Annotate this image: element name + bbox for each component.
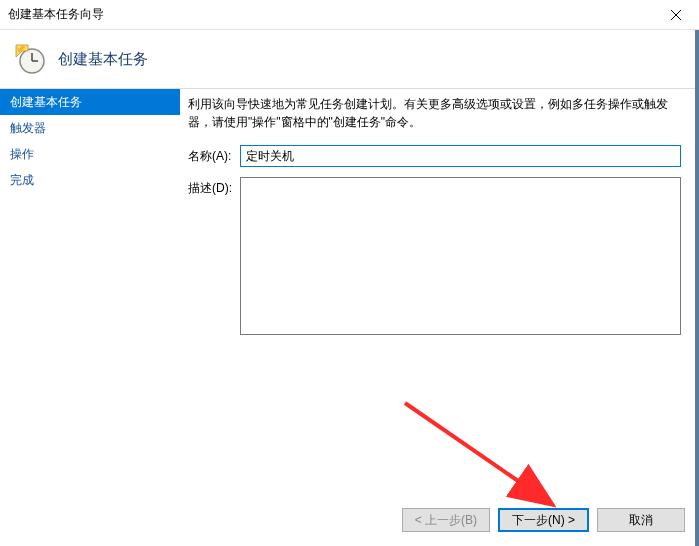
sidebar-item-label: 创建基本任务 [10,95,82,109]
description-row: 描述(D): [188,177,681,335]
sidebar-item-label: 完成 [10,173,34,187]
name-input[interactable] [240,145,681,167]
sidebar-step-create-basic-task[interactable]: 创建基本任务 [0,89,180,115]
next-button[interactable]: 下一步(N) > [498,508,589,532]
name-row: 名称(A): [188,145,681,167]
sidebar-step-finish[interactable]: 完成 [0,167,180,193]
sidebar-step-action[interactable]: 操作 [0,141,180,167]
window-title: 创建基本任务向导 [8,6,104,23]
cancel-button[interactable]: 取消 [597,508,685,532]
close-icon [671,10,681,20]
intro-text: 利用该向导快速地为常见任务创建计划。有关更多高级选项或设置，例如多任务操作或触发… [188,95,681,131]
sidebar-step-trigger[interactable]: 触发器 [0,115,180,141]
close-button[interactable] [653,0,699,30]
titlebar: 创建基本任务向导 [0,0,699,30]
description-textarea[interactable] [240,177,681,335]
wizard-steps-sidebar: 创建基本任务 触发器 操作 完成 [0,89,180,479]
right-edge-decoration [695,30,699,546]
content-area: 创建基本任务 触发器 操作 完成 利用该向导快速地为常见任务创建计划。有关更多高… [0,89,699,479]
wizard-title: 创建基本任务 [58,50,148,69]
wizard-clock-icon [14,43,46,75]
name-label: 名称(A): [188,145,240,165]
wizard-footer: < 上一步(B) 下一步(N) > 取消 [402,508,685,532]
sidebar-item-label: 操作 [10,147,34,161]
main-panel: 利用该向导快速地为常见任务创建计划。有关更多高级选项或设置，例如多任务操作或触发… [180,89,699,479]
sidebar-item-label: 触发器 [10,121,46,135]
wizard-header: 创建基本任务 [0,30,699,88]
back-button: < 上一步(B) [402,508,490,532]
description-label: 描述(D): [188,177,240,197]
